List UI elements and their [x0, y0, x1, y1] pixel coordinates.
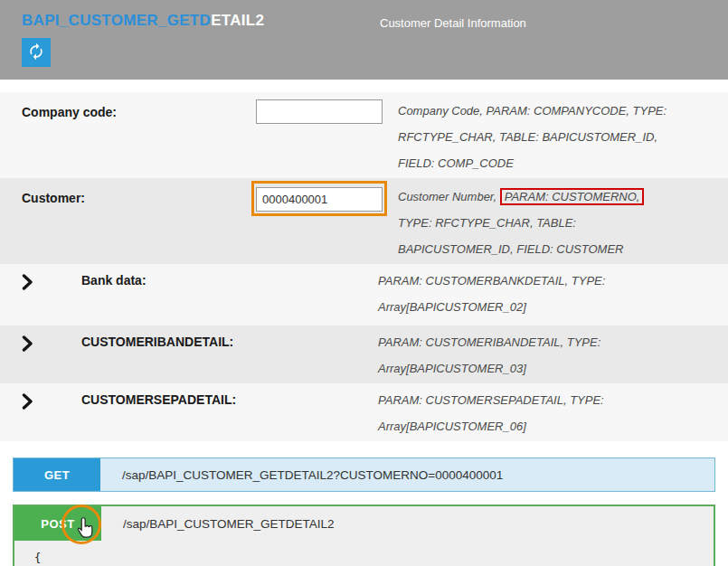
expand-chevron-customersepadetail[interactable] [22, 387, 81, 439]
post-request-path: /sap/BAPI_CUSTOMER_GETDETAIL2 [123, 517, 335, 531]
post-button[interactable]: POST [14, 506, 101, 541]
refresh-button[interactable] [22, 38, 51, 67]
get-button[interactable]: GET [14, 458, 100, 491]
post-request-panel: POST /sap/BAPI_CUSTOMER_GETDETAIL2 { "CU… [13, 505, 715, 566]
customersepadetail-description: PARAM: CUSTOMERSEPADETAIL, TYPE: Array[B… [378, 387, 714, 439]
page-title-rest: ETAIL2 [211, 12, 264, 29]
param-row-customeribandetail: CUSTOMERIBANDETAIL: PARAM: CUSTOMERIBAND… [0, 325, 728, 383]
param-row-company-code: Company code: Company Code, PARAM: COMPA… [0, 92, 728, 178]
post-request-header: POST /sap/BAPI_CUSTOMER_GETDETAIL2 [14, 506, 714, 541]
customerno-param-annotation-box: PARAM: CUSTOMERNO, [500, 188, 645, 205]
customer-input-annotation-box [251, 181, 387, 216]
customer-description: Customer Number, PARAM: CUSTOMERNO, TYPE… [398, 184, 714, 262]
bank-data-description: PARAM: CUSTOMERBANKDETAIL, TYPE: Array[B… [378, 268, 714, 324]
customeribandetail-label: CUSTOMERIBANDETAIL: [81, 329, 378, 382]
page-title-highlighted: BAPI_CUSTOMER_GETD [22, 12, 211, 29]
get-request-path: /sap/BAPI_CUSTOMER_GETDETAIL2?CUSTOMERNO… [122, 468, 503, 482]
customer-desc-prefix: Customer Number, [398, 190, 500, 203]
customer-input-wrap [256, 184, 398, 262]
refresh-icon [27, 42, 45, 63]
expand-chevron-bank-data[interactable] [22, 268, 81, 324]
chevron-right-icon [24, 337, 32, 350]
param-row-customer: Customer: Customer Number, PARAM: CUSTOM… [0, 178, 728, 264]
page-subtitle: Customer Detail Information [380, 16, 526, 30]
company-code-description: Company Code, PARAM: COMPANYCODE, TYPE: … [398, 98, 714, 176]
header: BAPI_CUSTOMER_GETDETAIL2 Customer Detail… [0, 0, 728, 80]
get-request-bar: GET /sap/BAPI_CUSTOMER_GETDETAIL2?CUSTOM… [13, 458, 715, 492]
param-row-bank-data: Bank data: PARAM: CUSTOMERBANKDETAIL, TY… [0, 264, 728, 325]
chevron-right-icon [24, 276, 32, 288]
company-code-input-wrap [256, 98, 398, 176]
parameter-form: Company code: Company Code, PARAM: COMPA… [0, 92, 728, 441]
page-title: BAPI_CUSTOMER_GETDETAIL2 [22, 12, 264, 30]
expand-chevron-customeribandetail[interactable] [22, 329, 81, 382]
company-code-input[interactable] [256, 99, 383, 124]
post-body-json[interactable]: { "CUSTOMERNO": "0000400001" } [14, 548, 714, 566]
customer-label: Customer: [22, 184, 256, 262]
bank-data-label: Bank data: [81, 268, 378, 324]
chevron-right-icon [24, 395, 32, 408]
customer-input[interactable] [256, 187, 383, 212]
customersepadetail-label: CUSTOMERSEPADETAIL: [81, 387, 378, 439]
bapi-test-page: BAPI_CUSTOMER_GETDETAIL2 Customer Detail… [0, 0, 728, 566]
company-code-label: Company code: [22, 98, 256, 176]
customeribandetail-description: PARAM: CUSTOMERIBANDETAIL, TYPE: Array[B… [378, 329, 714, 382]
param-row-customersepadetail: CUSTOMERSEPADETAIL: PARAM: CUSTOMERSEPAD… [0, 383, 728, 441]
